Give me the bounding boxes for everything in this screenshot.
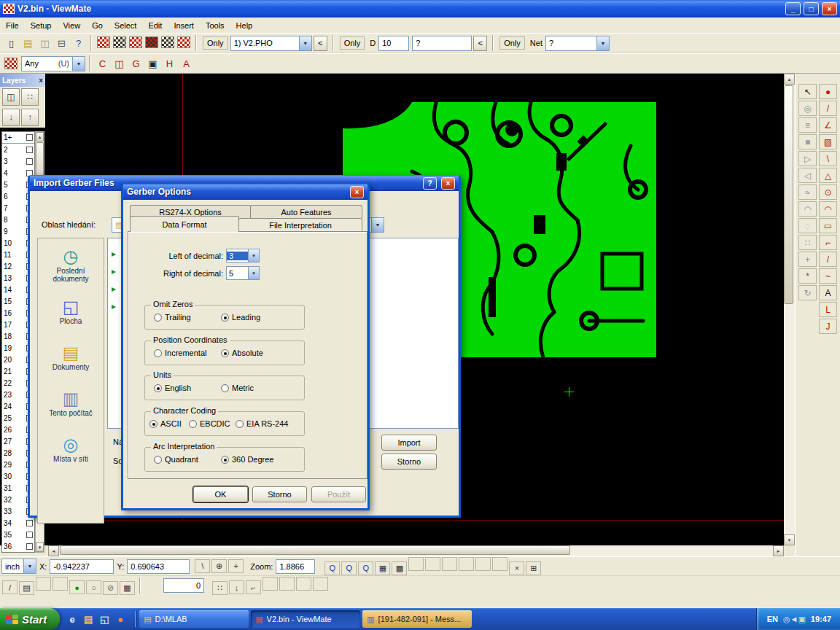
191-482-091-mess-task-button[interactable]: ▥[191-482-091] - Mess... bbox=[362, 610, 472, 628]
radio-absolute[interactable]: Absolute bbox=[221, 349, 263, 357]
dot-grid-icon[interactable]: ∷ bbox=[798, 235, 817, 250]
v2-bin-viewmate-task-button[interactable]: ▦V2.bin - ViewMate bbox=[251, 610, 360, 628]
polyline-icon[interactable]: ∠ bbox=[819, 117, 837, 133]
layer-swatch[interactable] bbox=[26, 543, 33, 550]
red-die-icon-3[interactable] bbox=[313, 577, 328, 591]
shield-tray-icon[interactable]: ▣ bbox=[798, 615, 805, 623]
circle-outline-icon[interactable]: ○ bbox=[86, 580, 101, 594]
circle-slash-icon[interactable]: ⊘ bbox=[103, 581, 118, 595]
horizontal-scrollbar[interactable]: ◄ ► bbox=[48, 545, 784, 556]
settings-asterisk-icon[interactable]: * bbox=[798, 268, 817, 284]
browser-icon[interactable]: ● bbox=[114, 612, 127, 626]
dialog-close-button[interactable]: × bbox=[441, 177, 455, 190]
dot-matrix-icon[interactable]: ∷ bbox=[212, 581, 228, 595]
gerber-file-icon-3[interactable]: ▸ bbox=[112, 284, 116, 294]
select-grid-icon-4[interactable] bbox=[145, 36, 158, 48]
layers-scroll-down-icon[interactable]: ▼ bbox=[36, 542, 44, 552]
clock[interactable]: 19:47 bbox=[811, 615, 831, 623]
menu-edit[interactable]: Edit bbox=[142, 19, 168, 32]
menu-setup[interactable]: Setup bbox=[25, 19, 58, 32]
radio-english[interactable]: English bbox=[154, 384, 191, 392]
horizontal-scroll-thumb[interactable] bbox=[60, 545, 570, 555]
language-indicator[interactable]: EN bbox=[767, 615, 778, 623]
layer-combo[interactable]: 1) V2.PHO ▼ bbox=[230, 36, 312, 51]
rotate-left-icon[interactable]: ◁ bbox=[798, 168, 817, 183]
line-back-icon[interactable]: \ bbox=[819, 151, 837, 166]
flash-red-icon[interactable] bbox=[475, 557, 491, 571]
only-dcode-toggle[interactable]: Only bbox=[340, 36, 365, 50]
arc-gray-icon[interactable]: ◠ bbox=[798, 201, 817, 217]
origin-target-icon[interactable]: ⊕ bbox=[211, 559, 227, 573]
diagonal-ruler-icon[interactable]: / bbox=[2, 580, 18, 594]
menu-file[interactable]: File bbox=[0, 19, 25, 32]
net-combo[interactable]: ? ▼ bbox=[545, 36, 610, 51]
select-cursor-icon[interactable]: ↖ bbox=[798, 84, 817, 99]
scroll-right-icon[interactable]: ► bbox=[773, 545, 784, 556]
move-layer-up-icon[interactable]: ↑ bbox=[21, 109, 39, 126]
menu-tools[interactable]: Tools bbox=[200, 19, 230, 32]
gerber-file-icon-1[interactable]: ▸ bbox=[112, 249, 116, 259]
layer-row-36[interactable]: 36 bbox=[2, 540, 34, 552]
dark-checker-icon[interactable] bbox=[52, 577, 68, 591]
select-grid-icon-2[interactable] bbox=[113, 36, 126, 48]
dropdown-arrow-icon[interactable]: ▼ bbox=[371, 218, 384, 232]
radio-eia-rs-244[interactable]: EIA RS-244 bbox=[236, 419, 288, 428]
corner-icon[interactable]: ⌐ bbox=[819, 235, 837, 250]
move-layer-down-icon[interactable]: ↓ bbox=[2, 109, 20, 126]
prev-layer-button[interactable]: < bbox=[314, 36, 327, 51]
text-aperture-icon[interactable]: A bbox=[179, 56, 194, 71]
table-grid-icon[interactable]: ▦ bbox=[120, 581, 135, 595]
wave-icon[interactable]: ≈ bbox=[798, 184, 817, 200]
ok-button[interactable]: OK bbox=[193, 486, 248, 502]
window-grid-icon[interactable]: ⊞ bbox=[526, 561, 541, 575]
print-icon[interactable]: ⊟ bbox=[54, 36, 69, 50]
dropdown-arrow-icon[interactable]: ▼ bbox=[248, 267, 259, 279]
corner-bracket-icon[interactable]: ⌐ bbox=[246, 580, 261, 594]
select-grid-icon-1[interactable] bbox=[97, 36, 110, 48]
layer-row-1[interactable]: 1+ bbox=[2, 132, 34, 144]
layer-grid-icon[interactable]: ∷ bbox=[21, 88, 39, 106]
tab-file-interpretation[interactable]: File Interpretation bbox=[238, 218, 362, 232]
show-desktop-icon[interactable]: ◱ bbox=[98, 612, 111, 626]
menu-help[interactable]: Help bbox=[230, 19, 259, 32]
save-icon[interactable]: ◫ bbox=[37, 36, 52, 50]
crosshair-plus-icon[interactable]: + bbox=[798, 252, 817, 267]
triangle-draw-icon[interactable]: △ bbox=[819, 168, 837, 183]
radio-metric[interactable]: Metric bbox=[221, 384, 254, 392]
gerber-file-icon-2[interactable]: ▸ bbox=[112, 266, 116, 276]
left-of-decimal-combo[interactable]: 3 ▼ bbox=[226, 249, 260, 262]
poly-dark-icon[interactable] bbox=[492, 557, 508, 571]
prev-dcode-button[interactable]: < bbox=[473, 36, 487, 51]
layer-swatch[interactable] bbox=[26, 147, 33, 153]
menu-go[interactable]: Go bbox=[86, 19, 109, 32]
pad-dot-icon[interactable]: ● bbox=[819, 84, 837, 99]
new-file-icon[interactable]: ▯ bbox=[4, 36, 19, 50]
grid-value-input[interactable]: 0 bbox=[163, 578, 204, 593]
layers-close-icon[interactable]: × bbox=[39, 77, 43, 85]
apply-button[interactable]: Použít bbox=[311, 486, 366, 502]
open-file-icon[interactable]: ▤ bbox=[20, 36, 36, 50]
dcode-filter-input[interactable]: ? bbox=[412, 36, 472, 51]
rotate-right-icon[interactable]: ▷ bbox=[798, 151, 817, 166]
import-cancel-button[interactable]: Storno bbox=[381, 454, 437, 470]
place-m-sta-v-s-ti[interactable]: ◎Místa v síti bbox=[39, 427, 102, 471]
grid-lines-icon[interactable]: ▦ bbox=[375, 561, 390, 575]
g-code-icon[interactable]: G bbox=[128, 56, 144, 71]
mini-grid-icon[interactable]: ▤ bbox=[19, 581, 34, 595]
folder-quick-icon[interactable]: ▤ bbox=[82, 612, 95, 626]
aperture-grid-icon[interactable] bbox=[4, 58, 18, 69]
radio-trailing[interactable]: Trailing bbox=[154, 313, 191, 322]
vertical-scrollbar[interactable]: ▲ ▼ bbox=[784, 74, 795, 545]
layer-row-35[interactable]: 35 bbox=[2, 529, 34, 540]
tab-auto-features[interactable]: Auto Features bbox=[250, 205, 362, 218]
zoom-value[interactable]: 1.8866 bbox=[276, 559, 315, 574]
zoom-in-icon[interactable]: Q bbox=[324, 561, 340, 575]
dropdown-arrow-icon[interactable]: ▼ bbox=[72, 57, 85, 71]
via-mix-icon[interactable] bbox=[459, 557, 474, 571]
pad-dark-icon[interactable] bbox=[425, 557, 440, 571]
radio-leading[interactable]: Leading bbox=[221, 313, 260, 322]
red-die-icon-1[interactable] bbox=[279, 577, 295, 591]
y-coordinate[interactable]: 0.690643 bbox=[127, 559, 190, 574]
rectangle-dashed-icon[interactable]: ▭ bbox=[819, 218, 837, 233]
close-button[interactable]: × bbox=[822, 2, 837, 15]
